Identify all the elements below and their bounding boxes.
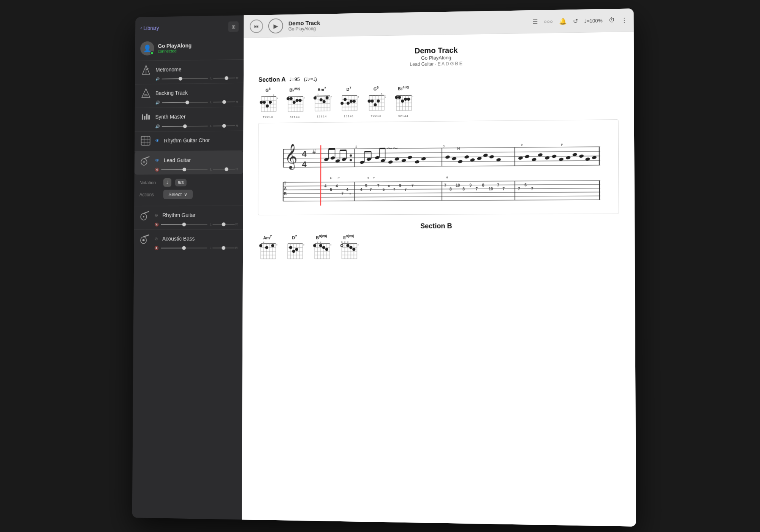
chord-g6: G6 <box>258 87 278 119</box>
svg-point-104 <box>371 100 374 103</box>
pan-control-backing: L R <box>211 100 239 104</box>
volume-slider-acoustic-bass[interactable] <box>161 248 207 249</box>
chords-row-b: Am7 <box>258 233 619 262</box>
main-content: ⏮ ▶ Demo Track Go PlayAlong ☰ ○○○ 🔔 ↺ ♩=… <box>242 8 636 526</box>
svg-line-22 <box>144 235 149 237</box>
svg-text:o: o <box>341 241 343 243</box>
track-controls-acoustic-bass: 🔇 L R <box>139 246 238 250</box>
library-label: Library <box>143 25 159 31</box>
track-item-rhythm-chor[interactable]: 👁 Rhythm Guitar Chor <box>135 131 243 152</box>
svg-point-241 <box>350 159 352 161</box>
svg-text:#: # <box>312 149 316 155</box>
eye-icon-lead-guitar[interactable]: 👁 <box>155 158 160 163</box>
tempo-display: ♩=100% <box>584 17 602 24</box>
svg-text:p: p <box>561 142 563 146</box>
svg-point-35 <box>260 101 263 104</box>
notation-section: Notation ♩ 5/3 Actions Select ∨ <box>134 174 243 206</box>
chevron-left-icon: ‹ <box>141 25 142 31</box>
track-item-rhythm-guitar[interactable]: ⊘ Rhythm Guitar 🔇 L R <box>134 206 243 230</box>
volume-slider-lead-guitar[interactable] <box>161 169 208 170</box>
svg-rect-8 <box>146 114 147 120</box>
svg-point-56 <box>299 99 302 102</box>
svg-point-72 <box>326 96 329 99</box>
svg-text:7: 7 <box>412 183 414 187</box>
track-item-metronome[interactable]: Metronome 🔊 L R <box>135 60 244 84</box>
track-item-synth[interactable]: Synth Master 🔊 L R <box>135 107 243 132</box>
volume-slider-metronome[interactable] <box>162 78 208 79</box>
sidebar: ‹ Library ⊞ 👤 Go PlayAlong connected <box>132 15 244 519</box>
more-icon[interactable]: ○○○ <box>544 19 553 24</box>
library-button[interactable]: ‹ Library <box>141 25 159 31</box>
select-button[interactable]: Select ∨ <box>163 190 193 199</box>
svg-text:5: 5 <box>331 95 332 99</box>
svg-text:8: 8 <box>450 187 452 191</box>
bell-icon[interactable]: 🔔 <box>559 17 567 25</box>
notation-note-button[interactable]: ♩ <box>163 178 171 187</box>
score-area[interactable]: Demo Track Go PlayAlong Lead Guitar · E … <box>242 32 636 527</box>
svg-point-186 <box>464 155 469 159</box>
svg-text:8: 8 <box>482 183 484 187</box>
chord-d7: D7 <box>339 86 359 118</box>
volume-slider-synth[interactable] <box>162 125 208 127</box>
volume-icon-metronome: 🔊 <box>155 77 160 81</box>
svg-text:7: 7 <box>476 187 478 191</box>
svg-point-87 <box>344 98 347 101</box>
svg-point-272 <box>292 250 295 253</box>
svg-point-121 <box>398 96 401 99</box>
svg-point-287 <box>319 244 322 247</box>
notation-tab-button[interactable]: 5/3 <box>175 179 187 186</box>
menu-icon[interactable]: ☰ <box>532 18 538 25</box>
svg-text:2: 2 <box>355 145 357 149</box>
svg-point-38 <box>269 101 272 104</box>
svg-point-106 <box>377 99 380 102</box>
chord-grid-bbaug-2: 4 <box>393 92 413 114</box>
svg-text:4: 4 <box>302 160 307 169</box>
overflow-icon[interactable]: ⋮ <box>621 16 628 24</box>
svg-text:H: H <box>446 176 448 179</box>
svg-text:P: P <box>373 176 375 179</box>
timer-icon[interactable]: ⏱ <box>609 17 615 24</box>
track-item-backing[interactable]: Backing Track 🔊 L R <box>135 83 244 108</box>
svg-text:5: 5 <box>365 184 367 188</box>
track-title: Demo Track <box>288 19 320 26</box>
chord-b-am7-grid: 5 x <box>258 241 277 262</box>
track-item-lead-guitar[interactable]: 👁 Lead Guitar 🔇 L R <box>135 151 244 175</box>
mute-icon-acoustic-bass: 🔇 <box>154 246 158 250</box>
track-header-metronome: Metronome <box>140 63 239 76</box>
pan-control-rhythm-guitar: L R <box>210 222 238 226</box>
svg-rect-9 <box>148 115 150 120</box>
svg-point-185 <box>458 159 463 163</box>
svg-point-17 <box>143 161 145 163</box>
actions-row: Actions Select ∨ <box>139 189 238 199</box>
sidebar-toggle-button[interactable]: ⊞ <box>228 21 239 32</box>
svg-point-54 <box>293 101 296 104</box>
lead-guitar-icon <box>139 155 151 167</box>
svg-point-122 <box>401 100 404 103</box>
loop-icon[interactable]: ↺ <box>573 17 578 24</box>
prev-button[interactable]: ⏮ <box>250 19 263 33</box>
play-button[interactable]: ▶ <box>268 18 283 33</box>
volume-icon-synth: 🔊 <box>155 124 160 128</box>
track-header-rhythm-chor: 👁 Rhythm Guitar Chor <box>140 134 238 147</box>
svg-point-120 <box>395 96 398 99</box>
chord-b-e9: E9(#9) <box>339 234 358 262</box>
svg-point-201 <box>579 154 584 158</box>
svg-point-103 <box>368 100 371 103</box>
pan-control-synth: L R <box>210 124 238 128</box>
volume-slider-backing[interactable] <box>162 101 208 103</box>
user-section: 👤 Go PlayAlong connected <box>135 36 244 61</box>
chord-bbaug-2: B♭aug <box>393 85 413 118</box>
volume-slider-rhythm-guitar[interactable] <box>161 224 207 225</box>
svg-text:10: 10 <box>456 183 460 187</box>
pan-control-lead-guitar: L R <box>210 167 238 171</box>
svg-point-289 <box>325 248 328 251</box>
svg-text:6: 6 <box>524 183 527 187</box>
svg-point-190 <box>489 155 494 159</box>
track-header-lead-guitar: 👁 Lead Guitar <box>139 154 238 166</box>
svg-point-123 <box>404 98 407 101</box>
svg-text:5: 5 <box>277 244 277 247</box>
sidebar-header: ‹ Library ⊞ <box>135 15 244 38</box>
eye-icon-rhythm-chor[interactable]: 👁 <box>155 138 160 143</box>
track-item-acoustic-bass[interactable]: ⊘ Acoustic Bass 🔇 L R <box>134 230 243 253</box>
svg-text:5: 5 <box>331 243 331 247</box>
